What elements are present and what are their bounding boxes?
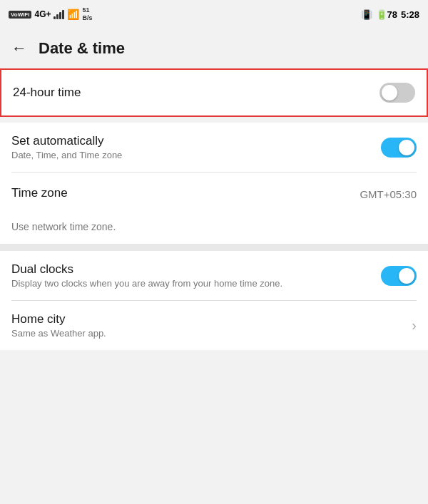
data-speed: 51B/s: [82, 6, 92, 22]
dual-clocks-title: Dual clocks: [11, 262, 381, 277]
back-button[interactable]: ←: [11, 39, 27, 58]
dual-clocks-toggle[interactable]: [381, 266, 417, 286]
timezone-title: Time zone: [11, 186, 354, 200]
signal-bars: [54, 10, 64, 19]
status-right: 📳 🔋78 5:28: [361, 9, 420, 20]
vibrate-icon: 📳: [361, 9, 372, 20]
timezone-value: GMT+05:30: [360, 188, 417, 200]
chevron-right-icon: ›: [412, 317, 417, 334]
header: ← Date & time: [0, 29, 428, 68]
set-automatically-subtitle: Date, Time, and Time zone: [11, 150, 381, 160]
set-automatically-toggle[interactable]: [381, 138, 417, 158]
wifi-icon: 📶: [67, 9, 79, 20]
timezone-text: Time zone: [11, 186, 354, 202]
24hour-time-row[interactable]: 24-hour time: [0, 68, 428, 117]
set-automatically-text: Set automatically Date, Time, and Time z…: [11, 134, 381, 160]
home-city-subtitle: Same as Weather app.: [11, 328, 412, 339]
toggle-knob-2: [399, 140, 414, 155]
timezone-row[interactable]: Time zone GMT+05:30: [0, 173, 428, 215]
dual-clocks-row[interactable]: Dual clocks Display two clocks when you …: [0, 251, 428, 300]
home-city-text: Home city Same as Weather app.: [11, 312, 412, 339]
status-left: VoWiFi 4G+ 📶 51B/s: [9, 6, 92, 22]
toggle-knob-3: [399, 268, 414, 284]
dual-clocks-section: Dual clocks Display two clocks when you …: [0, 251, 428, 350]
set-automatically-title: Set automatically: [11, 134, 381, 148]
toggle-knob: [382, 85, 397, 101]
battery-level: 🔋78: [376, 9, 397, 20]
home-city-title: Home city: [11, 312, 412, 326]
page-title: Date & time: [39, 39, 125, 58]
24hour-time-label: 24-hour time: [13, 86, 81, 100]
section-gap: [0, 244, 428, 251]
dual-clocks-text: Dual clocks Display two clocks when you …: [11, 262, 381, 289]
set-automatically-section: Set automatically Date, Time, and Time z…: [0, 123, 428, 244]
dual-clocks-subtitle: Display two clocks when you are away fro…: [11, 278, 381, 289]
set-automatically-row[interactable]: Set automatically Date, Time, and Time z…: [0, 123, 428, 172]
network-type: 4G+: [34, 9, 51, 19]
network-note: Use network time zone.: [0, 215, 428, 244]
home-city-row[interactable]: Home city Same as Weather app. ›: [0, 301, 428, 350]
vowifi-badge: VoWiFi: [9, 11, 31, 19]
24hour-time-toggle[interactable]: [379, 83, 415, 103]
status-bar: VoWiFi 4G+ 📶 51B/s 📳 🔋78 5:28: [0, 0, 428, 29]
clock: 5:28: [401, 9, 419, 20]
